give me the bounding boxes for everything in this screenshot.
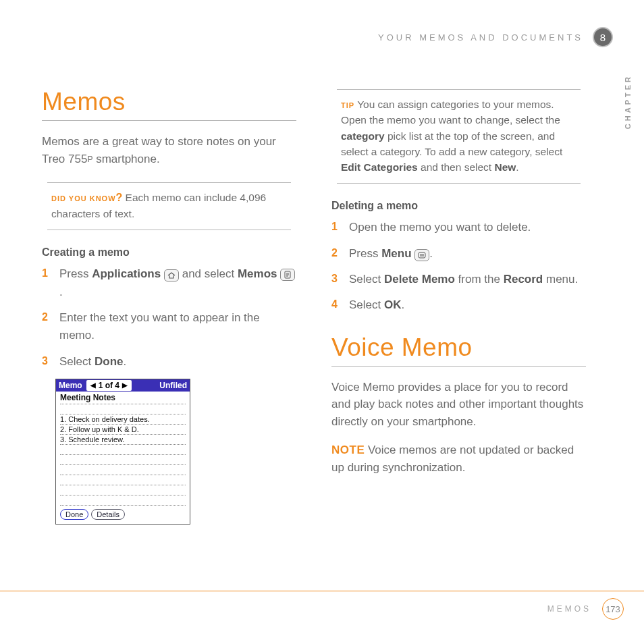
columns: Memos Memos are a great way to store not… — [42, 88, 586, 525]
dstep-4: Select OK. — [331, 296, 586, 314]
memo-line — [60, 455, 186, 465]
creating-memo-subhead: Creating a memo — [42, 246, 296, 259]
did-you-know-callout: DID YOU KNOW? Each memo can include 4,09… — [47, 182, 291, 230]
done-button: Done — [60, 509, 88, 520]
memo-line — [60, 495, 186, 506]
voice-memo-note: NOTE Voice memos are not updated or back… — [331, 441, 586, 476]
delete-steps: Open the memo you want to delete. Press … — [331, 219, 586, 314]
memo-counter: 1 of 4 — [99, 381, 119, 390]
footer-label: MEMOS — [547, 604, 591, 614]
chapter-badge: 8 — [593, 27, 613, 47]
page: YOUR MEMOS AND DOCUMENTS 8 CHAPTER Memos… — [42, 27, 624, 617]
note-label: NOTE — [331, 444, 365, 456]
step-1: Press Applications and select Memos . — [42, 265, 296, 301]
dyk-label: DID YOU KNOW — [51, 194, 116, 203]
rule — [331, 366, 586, 367]
tip-label: TIP — [341, 101, 354, 109]
dstep-3: Select Delete Memo from the Record menu. — [331, 271, 586, 288]
memo-body: Meeting Notes 1. Check on delivery dates… — [56, 392, 190, 506]
header: YOUR MEMOS AND DOCUMENTS 8 — [378, 27, 613, 47]
intro-b: smartphone. — [92, 153, 159, 165]
heading-voice-memo: Voice Memo — [331, 333, 586, 362]
memo-nav: ◀ 1 of 4 ▶ — [86, 380, 132, 391]
tip-a: You can assign categories to your memos.… — [341, 99, 560, 126]
memo-buttons: Done Details — [56, 506, 190, 524]
left-column: Memos Memos are a great way to store not… — [42, 88, 296, 525]
memo-line: 1. Check on delivery dates. — [60, 414, 186, 425]
memo-line — [60, 485, 186, 495]
memos-icon — [280, 269, 295, 281]
deleting-memo-subhead: Deleting a memo — [331, 200, 586, 212]
dstep-1: Open the memo you want to delete. — [331, 219, 586, 236]
voice-memo-intro: Voice Memo provides a place for you to r… — [331, 379, 586, 431]
heading-memos: Memos — [42, 88, 296, 116]
memo-app-name: Memo — [56, 381, 85, 390]
intro-text: Memos are a great way to store notes on … — [42, 133, 296, 167]
memo-line — [60, 465, 186, 475]
memo-category: Unfiled — [157, 381, 190, 390]
chapter-label: CHAPTER — [624, 74, 632, 129]
page-number: 173 — [602, 598, 624, 620]
footer-rule — [0, 591, 644, 591]
menu-icon — [414, 249, 429, 261]
tip-callout: TIP You can assign categories to your me… — [337, 89, 581, 184]
memo-line — [60, 445, 186, 455]
next-icon: ▶ — [122, 381, 128, 389]
right-column: TIP You can assign categories to your me… — [331, 88, 586, 525]
dstep-2: Press Menu . — [331, 245, 586, 263]
section-name: YOUR MEMOS AND DOCUMENTS — [378, 32, 583, 43]
svg-rect-4 — [419, 252, 425, 258]
details-button: Details — [91, 509, 125, 520]
footer: MEMOS 173 — [0, 591, 644, 620]
dyk-qmark: ? — [116, 192, 123, 203]
step-2: Enter the text you want to appear in the… — [42, 309, 296, 345]
memo-line: 3. Schedule review. — [60, 435, 186, 445]
rule — [42, 120, 296, 121]
memo-titlebar: Memo ◀ 1 of 4 ▶ Unfiled — [56, 379, 190, 392]
step-3: Select Done. — [42, 353, 296, 371]
memo-line: 2. Follow up with K & D. — [60, 425, 186, 435]
prev-icon: ◀ — [90, 381, 96, 389]
create-steps: Press Applications and select Memos . En… — [42, 265, 296, 371]
note-text: Voice memos are not updated or backed up… — [331, 444, 574, 474]
memo-app-screenshot: Memo ◀ 1 of 4 ▶ Unfiled Meeting Notes 1.… — [55, 379, 190, 525]
memo-line — [60, 475, 186, 485]
memo-line — [60, 404, 186, 414]
home-icon — [164, 269, 179, 281]
memo-title: Meeting Notes — [60, 393, 186, 404]
